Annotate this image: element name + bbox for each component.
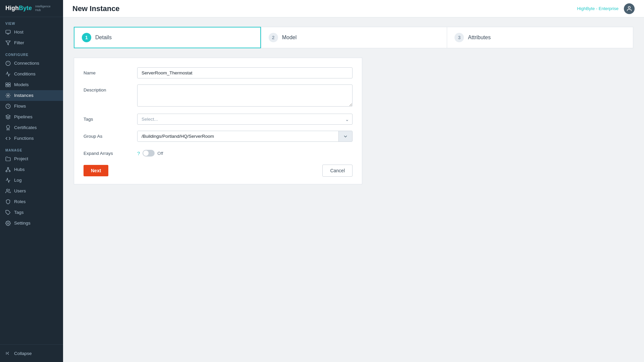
expand-arrays-toggle[interactable] xyxy=(143,150,155,157)
users-icon xyxy=(5,188,11,194)
group-as-row: Group As xyxy=(84,131,353,142)
group-as-field-wrap xyxy=(137,131,353,142)
collapse-label: Collapse xyxy=(14,351,32,356)
sidebar-item-roles[interactable]: Roles xyxy=(0,196,63,207)
user-avatar[interactable] xyxy=(624,3,635,14)
sidebar-item-project[interactable]: Project xyxy=(0,154,63,164)
roles-icon xyxy=(5,199,11,204)
sidebar-item-log[interactable]: Log xyxy=(0,175,63,186)
sidebar-item-certificates[interactable]: Certificates xyxy=(0,122,63,133)
user-icon xyxy=(626,6,632,12)
name-input[interactable] xyxy=(137,67,353,78)
settings-icon xyxy=(5,221,11,226)
functions-label: Functions xyxy=(14,136,34,141)
sidebar-item-hubs[interactable]: Hubs xyxy=(0,164,63,175)
logo-highbyte: HighByte xyxy=(5,5,32,12)
manage-section-label: MANAGE xyxy=(0,144,63,154)
sidebar-item-filter[interactable]: Filter xyxy=(0,38,63,48)
sidebar-item-flows[interactable]: Flows xyxy=(0,101,63,112)
expand-arrays-info-icon[interactable]: ? xyxy=(137,150,140,156)
users-label: Users xyxy=(14,188,26,193)
sidebar-item-settings[interactable]: Settings xyxy=(0,218,63,229)
topbar-right: HighByte - Enterprise xyxy=(577,3,635,14)
certificates-label: Certificates xyxy=(14,125,37,130)
svg-rect-8 xyxy=(8,83,10,84)
expand-arrays-field-wrap: ? Off xyxy=(137,148,353,157)
svg-point-15 xyxy=(7,167,9,169)
cancel-button[interactable]: Cancel xyxy=(322,165,353,177)
expand-arrays-state: Off xyxy=(157,151,163,156)
group-as-label: Group As xyxy=(84,131,137,139)
tags-row: Tags Select... ⌄ xyxy=(84,114,353,125)
filter-icon xyxy=(5,40,11,46)
svg-point-20 xyxy=(6,189,8,191)
svg-line-18 xyxy=(6,169,8,170)
svg-point-11 xyxy=(7,95,9,96)
svg-point-22 xyxy=(7,223,9,224)
sidebar-item-instances[interactable]: Instances xyxy=(0,90,63,101)
sidebar-item-connections[interactable]: Connections xyxy=(0,58,63,69)
collapse-icon xyxy=(5,351,11,356)
sidebar-item-pipelines[interactable]: Pipelines xyxy=(0,112,63,122)
settings-label: Settings xyxy=(14,221,31,226)
form-actions: Next Cancel xyxy=(84,165,353,177)
sidebar-bottom: Collapse xyxy=(0,344,63,362)
sidebar-item-models[interactable]: Models xyxy=(0,79,63,90)
logo-badge: IntelligenceHub xyxy=(35,5,51,12)
hubs-icon xyxy=(5,167,11,172)
enterprise-label[interactable]: HighByte - Enterprise xyxy=(577,6,619,11)
step-number-1: 1 xyxy=(82,33,91,42)
flows-label: Flows xyxy=(14,104,26,109)
host-label: Host xyxy=(14,29,23,35)
form-card: Name Description Tags Select... xyxy=(74,58,362,184)
filter-label: Filter xyxy=(14,40,24,45)
step-tab-model[interactable]: 2 Model xyxy=(261,27,447,48)
svg-rect-10 xyxy=(8,85,10,86)
models-icon xyxy=(5,82,11,87)
expand-arrays-label: Expand Arrays xyxy=(84,148,137,156)
step-number-3: 3 xyxy=(454,33,464,42)
main-content: New Instance HighByte - Enterprise 1 Det… xyxy=(63,0,644,362)
step-tab-attributes[interactable]: 3 Attributes xyxy=(447,27,633,48)
flows-icon xyxy=(5,104,11,109)
tags-label: Tags xyxy=(14,210,24,215)
step-tab-details[interactable]: 1 Details xyxy=(74,27,261,48)
step-number-2: 2 xyxy=(269,33,278,42)
models-label: Models xyxy=(14,82,29,87)
description-input[interactable] xyxy=(137,84,353,107)
toggle-wrap: ? Off xyxy=(137,148,353,157)
name-row: Name xyxy=(84,67,353,78)
instances-icon xyxy=(5,93,11,98)
description-label: Description xyxy=(84,84,137,93)
sidebar-item-users[interactable]: Users xyxy=(0,186,63,196)
tags-icon xyxy=(5,210,11,215)
tags-label: Tags xyxy=(84,114,137,122)
next-button[interactable]: Next xyxy=(84,165,108,176)
functions-icon xyxy=(5,136,11,141)
svg-rect-7 xyxy=(6,83,7,84)
conditions-icon xyxy=(5,71,11,77)
svg-rect-0 xyxy=(6,30,10,33)
sidebar: HighByte IntelligenceHub VIEW Host Filte… xyxy=(0,0,63,362)
project-icon xyxy=(5,156,11,162)
tags-select[interactable]: Select... xyxy=(137,114,353,125)
group-as-input[interactable] xyxy=(138,131,338,141)
conditions-label: Conditions xyxy=(14,71,36,76)
connections-icon xyxy=(5,61,11,66)
content-area: 1 Details 2 Model 3 Attributes Name Desc… xyxy=(63,17,644,362)
svg-marker-3 xyxy=(6,41,10,45)
project-label: Project xyxy=(14,156,28,161)
group-as-expand-button[interactable] xyxy=(338,131,352,141)
topbar: New Instance HighByte - Enterprise xyxy=(63,0,644,17)
sidebar-item-functions[interactable]: Functions xyxy=(0,133,63,144)
sidebar-item-conditions[interactable]: Conditions xyxy=(0,69,63,79)
collapse-button[interactable]: Collapse xyxy=(0,348,63,359)
svg-marker-13 xyxy=(6,115,10,117)
chevron-down-icon xyxy=(343,134,348,139)
roles-label: Roles xyxy=(14,199,26,204)
certificates-icon xyxy=(5,125,11,130)
sidebar-item-tags[interactable]: Tags xyxy=(0,207,63,218)
step-label-model: Model xyxy=(282,35,297,41)
configure-section-label: CONFIGURE xyxy=(0,48,63,58)
sidebar-item-host[interactable]: Host xyxy=(0,27,63,38)
